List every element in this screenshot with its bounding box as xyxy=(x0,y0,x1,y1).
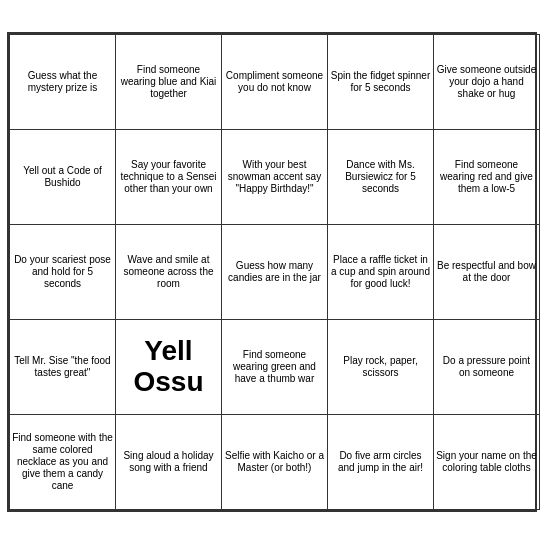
cell-r3-c4: Do a pressure point on someone xyxy=(434,320,540,415)
cell-r0-c4: Give someone outside your dojo a hand sh… xyxy=(434,35,540,130)
cell-r4-c0: Find someone with the same colored neckl… xyxy=(10,415,116,510)
cell-r1-c2: With your best snowman accent say "Happy… xyxy=(222,130,328,225)
cell-r3-c0: Tell Mr. Sise "the food tastes great" xyxy=(10,320,116,415)
cell-r3-c1: YellOssu xyxy=(116,320,222,415)
cell-r0-c0: Guess what the mystery prize is xyxy=(10,35,116,130)
cell-r1-c1: Say your favorite technique to a Sensei … xyxy=(116,130,222,225)
cell-r4-c3: Do five arm circles and jump in the air! xyxy=(328,415,434,510)
bingo-card: Guess what the mystery prize isFind some… xyxy=(7,32,537,512)
cell-r0-c3: Spin the fidget spinner for 5 seconds xyxy=(328,35,434,130)
cell-r3-c2: Find someone wearing green and have a th… xyxy=(222,320,328,415)
cell-r3-c3: Play rock, paper, scissors xyxy=(328,320,434,415)
bingo-table: Guess what the mystery prize isFind some… xyxy=(9,34,540,510)
cell-r4-c4: Sign your name on the coloring table clo… xyxy=(434,415,540,510)
cell-r1-c0: Yell out a Code of Bushido xyxy=(10,130,116,225)
cell-r1-c4: Find someone wearing red and give them a… xyxy=(434,130,540,225)
cell-r4-c2: Selfie with Kaicho or a Master (or both!… xyxy=(222,415,328,510)
cell-r2-c3: Place a raffle ticket in a cup and spin … xyxy=(328,225,434,320)
cell-r0-c2: Compliment someone you do not know xyxy=(222,35,328,130)
cell-r1-c3: Dance with Ms. Bursiewicz for 5 seconds xyxy=(328,130,434,225)
cell-r4-c1: Sing aloud a holiday song with a friend xyxy=(116,415,222,510)
cell-r2-c2: Guess how many candies are in the jar xyxy=(222,225,328,320)
cell-r2-c1: Wave and smile at someone across the roo… xyxy=(116,225,222,320)
cell-r2-c4: Be respectful and bow at the door xyxy=(434,225,540,320)
cell-r0-c1: Find someone wearing blue and Kiai toget… xyxy=(116,35,222,130)
cell-r2-c0: Do your scariest pose and hold for 5 sec… xyxy=(10,225,116,320)
